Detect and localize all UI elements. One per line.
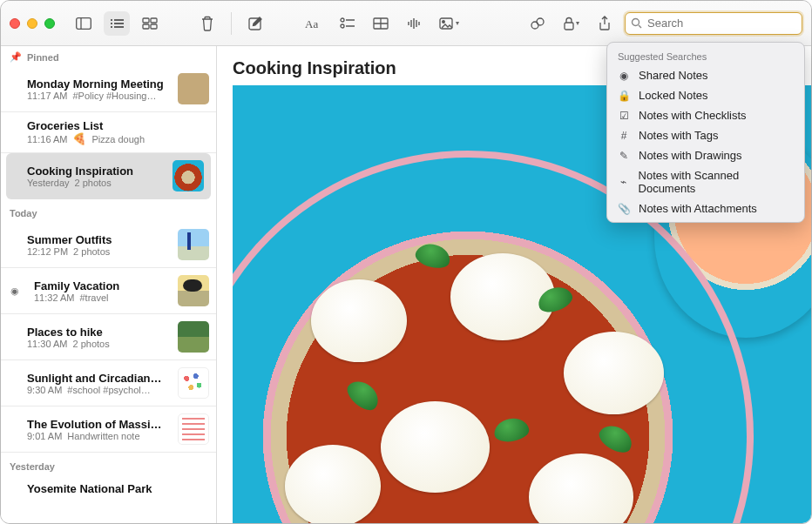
close-window-button[interactable] (10, 18, 20, 29)
suggestion-label: Notes with Attachments (639, 202, 757, 215)
search-input[interactable] (646, 13, 802, 34)
lock-button[interactable]: ▾ (558, 11, 585, 36)
svg-point-6 (111, 26, 112, 28)
today-label: Today (10, 208, 37, 218)
note-thumbnail (178, 413, 209, 445)
link-button[interactable] (524, 11, 551, 36)
note-item-selected[interactable]: Cooking Inspiration Yesterday 2 photos (6, 153, 211, 199)
svg-point-2 (111, 19, 112, 21)
note-thumbnail (178, 321, 209, 353)
note-subtitle: 2 photos (73, 246, 110, 257)
note-title: Sunlight and Circadian… (27, 372, 171, 385)
svg-text:Aa: Aa (305, 17, 318, 30)
note-title: The Evolution of Massi… (27, 418, 171, 431)
svg-rect-10 (143, 24, 149, 29)
note-item[interactable]: Yosemite National Park (1, 475, 216, 502)
note-item[interactable]: Summer Outfits 12:12 PM 2 photos (1, 222, 216, 268)
note-subtitle: #travel (79, 292, 108, 303)
suggestion-drawings[interactable]: ✎ Notes with Drawings (607, 145, 804, 165)
yesterday-section-header: Yesterday (1, 453, 216, 475)
search-field-wrap[interactable] (625, 12, 802, 35)
minimize-window-button[interactable] (27, 18, 37, 29)
suggestion-label: Notes with Scanned Documents (639, 169, 794, 195)
gallery-view-button[interactable] (137, 11, 163, 36)
note-item[interactable]: ◉ Family Vacation 11:32 AM #travel (1, 268, 216, 314)
checklist-button[interactable] (335, 11, 361, 36)
note-subtitle: Pizza dough (91, 134, 145, 144)
suggestion-attachments[interactable]: 📎 Notes with Attachments (607, 198, 804, 218)
svg-point-27 (443, 20, 445, 23)
note-subtitle: #Policy #Housing… (72, 91, 156, 101)
note-thumbnail (178, 229, 209, 260)
pinned-section-header: 📌 Pinned (1, 46, 216, 66)
note-thumbnail (178, 275, 209, 306)
suggestion-label: Notes with Checklists (639, 109, 747, 122)
delete-note-button[interactable] (194, 11, 220, 36)
svg-rect-8 (143, 18, 149, 23)
pencil-icon: ✎ (618, 150, 630, 162)
suggestion-tags[interactable]: # Notes with Tags (607, 125, 804, 145)
svg-point-31 (633, 19, 639, 26)
svg-point-29 (537, 18, 544, 25)
pizza-icon: 🍕 (72, 132, 86, 145)
scan-icon: ⌁ (618, 176, 630, 188)
pin-icon: 📌 (10, 51, 22, 63)
note-time: 11:17 AM (27, 91, 67, 101)
svg-rect-30 (565, 23, 573, 30)
note-title: Summer Outfits (27, 233, 171, 246)
list-view-button[interactable] (104, 11, 130, 36)
note-item[interactable]: The Evolution of Massi… 9:01 AM Handwrit… (1, 406, 216, 453)
note-subtitle: 2 photos (75, 178, 112, 188)
note-item[interactable]: Monday Morning Meeting 11:17 AM #Policy … (1, 66, 216, 112)
note-title: Cooking Inspiration (27, 165, 166, 178)
note-title: Places to hike (27, 326, 171, 339)
person-circle-icon: ◉ (618, 70, 630, 82)
suggestion-label: Locked Notes (639, 89, 708, 102)
paperclip-icon: 📎 (618, 203, 630, 215)
zoom-window-button[interactable] (44, 18, 55, 29)
note-subtitle: 2 photos (72, 339, 109, 349)
note-time: 9:30 AM (27, 385, 62, 395)
suggestion-locked-notes[interactable]: 🔒 Locked Notes (607, 85, 804, 105)
svg-rect-0 (77, 17, 91, 29)
suggestion-scanned[interactable]: ⌁ Notes with Scanned Documents (607, 165, 804, 198)
toggle-sidebar-button[interactable] (71, 11, 97, 36)
note-time: 12:12 PM (27, 246, 68, 257)
svg-rect-11 (151, 24, 157, 29)
note-thumbnail (178, 367, 209, 399)
note-item[interactable]: Places to hike 11:30 AM 2 photos (1, 314, 216, 360)
share-button[interactable] (592, 11, 618, 36)
note-title: Groceries List (27, 119, 209, 132)
pinned-label: Pinned (27, 52, 59, 63)
note-subtitle: Handwritten note (67, 431, 139, 441)
note-item[interactable]: Sunlight and Circadian… 9:30 AM #school … (1, 360, 216, 406)
svg-point-16 (341, 24, 344, 28)
note-item[interactable]: Groceries List 11:16 AM 🍕 Pizza dough (1, 112, 216, 153)
note-thumbnail (173, 160, 204, 191)
note-title: Monday Morning Meeting (27, 77, 171, 91)
svg-point-4 (111, 23, 112, 24)
search-icon (631, 17, 642, 29)
hash-icon: # (618, 130, 630, 142)
svg-point-14 (341, 18, 344, 22)
notes-list[interactable]: 📌 Pinned Monday Morning Meeting 11:17 AM… (1, 46, 217, 523)
note-time: 11:16 AM (27, 134, 67, 144)
suggestion-shared-notes[interactable]: ◉ Shared Notes (607, 65, 804, 85)
note-time: Yesterday (27, 178, 70, 188)
note-thumbnail (178, 73, 209, 104)
suggestion-label: Shared Notes (639, 69, 708, 82)
media-button[interactable]: ▾ (434, 11, 464, 36)
audio-button[interactable] (401, 11, 427, 36)
note-time: 11:32 AM (34, 292, 74, 303)
checklist-icon: ☑ (618, 110, 630, 122)
svg-line-32 (639, 25, 641, 28)
yesterday-label: Yesterday (10, 461, 55, 472)
new-note-button[interactable] (242, 11, 268, 36)
table-button[interactable] (368, 11, 394, 36)
shared-icon: ◉ (8, 286, 22, 297)
note-time: 9:01 AM (27, 431, 62, 441)
format-button[interactable]: Aa (300, 11, 328, 36)
window-controls (10, 18, 55, 29)
note-subtitle: #school #psychol… (67, 385, 150, 395)
suggestion-checklists[interactable]: ☑ Notes with Checklists (607, 105, 804, 125)
